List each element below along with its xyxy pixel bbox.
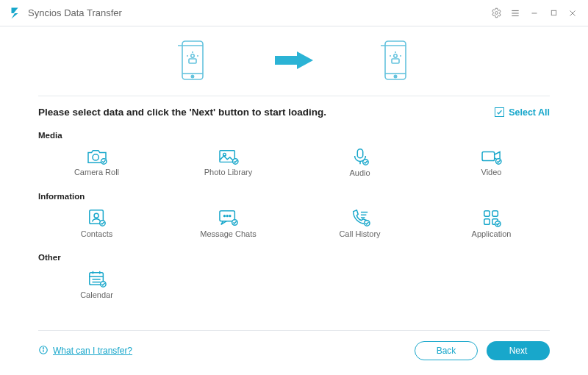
item-call-history[interactable]: Call History bbox=[301, 205, 418, 240]
next-button[interactable]: Next bbox=[487, 341, 550, 360]
section-title-media: Media bbox=[38, 131, 550, 140]
item-contacts[interactable]: Contacts bbox=[38, 205, 155, 240]
source-device-icon bbox=[178, 40, 207, 84]
svg-rect-22 bbox=[392, 59, 399, 63]
item-message-chats[interactable]: Message Chats bbox=[170, 205, 287, 240]
target-device-icon bbox=[381, 40, 410, 84]
item-label: Application bbox=[472, 229, 512, 238]
item-camera-roll[interactable]: Camera Roll bbox=[38, 144, 155, 179]
svg-point-62 bbox=[43, 347, 43, 348]
item-label: Audio bbox=[349, 168, 370, 177]
select-all-checkbox[interactable] bbox=[495, 107, 504, 117]
video-icon bbox=[480, 148, 503, 165]
info-icon bbox=[38, 345, 49, 357]
item-label: Call History bbox=[339, 229, 380, 238]
svg-rect-49 bbox=[492, 211, 497, 216]
titlebar: Syncios Data Transfer bbox=[0, 0, 588, 26]
item-label: Camera Roll bbox=[74, 168, 119, 176]
camera-roll-icon bbox=[86, 148, 108, 165]
divider bbox=[38, 330, 550, 331]
divider bbox=[38, 96, 550, 96]
item-label: Video bbox=[481, 168, 502, 176]
svg-point-0 bbox=[495, 12, 498, 15]
instruction-text: Please select data and click the 'Next' … bbox=[38, 107, 326, 118]
select-all-toggle[interactable]: Select All bbox=[495, 107, 550, 118]
back-button[interactable]: Back bbox=[415, 341, 478, 360]
item-label: Photo Library bbox=[204, 168, 252, 176]
information-grid: Contacts Message Chats Call History Appl… bbox=[38, 205, 550, 240]
svg-rect-50 bbox=[484, 219, 489, 224]
item-video[interactable]: Video bbox=[433, 144, 550, 179]
item-application[interactable]: Application bbox=[433, 205, 550, 240]
minimize-icon[interactable] bbox=[526, 5, 542, 21]
call-history-icon bbox=[349, 208, 371, 227]
section-title-other: Other bbox=[38, 253, 550, 262]
svg-rect-48 bbox=[484, 211, 489, 216]
select-all-label: Select All bbox=[509, 107, 550, 118]
svg-point-11 bbox=[191, 75, 193, 77]
item-calendar[interactable]: Calendar bbox=[38, 266, 155, 301]
device-row bbox=[0, 26, 588, 91]
item-label: Calendar bbox=[80, 290, 113, 299]
svg-point-42 bbox=[229, 215, 230, 217]
close-icon[interactable] bbox=[564, 5, 581, 21]
other-grid: Calendar bbox=[38, 266, 550, 301]
svg-point-40 bbox=[223, 215, 225, 217]
svg-point-21 bbox=[394, 54, 397, 57]
app-title: Syncios Data Transfer bbox=[28, 7, 122, 18]
media-grid: Camera Roll Photo Library Audio Video bbox=[38, 144, 550, 179]
svg-rect-34 bbox=[482, 152, 495, 161]
svg-point-37 bbox=[94, 213, 98, 218]
application-icon bbox=[481, 208, 502, 227]
transfer-arrow-icon bbox=[273, 50, 315, 74]
help-link-label: What can I transfer? bbox=[53, 346, 132, 356]
calendar-icon bbox=[87, 269, 107, 288]
message-chats-icon bbox=[218, 208, 240, 227]
svg-point-20 bbox=[394, 75, 396, 77]
item-label: Contacts bbox=[81, 229, 112, 238]
settings-icon[interactable] bbox=[488, 5, 504, 21]
svg-rect-31 bbox=[357, 149, 362, 158]
svg-rect-5 bbox=[551, 10, 556, 15]
help-link[interactable]: What can I transfer? bbox=[38, 345, 132, 357]
item-audio[interactable]: Audio bbox=[301, 144, 418, 179]
maximize-icon[interactable] bbox=[545, 5, 562, 21]
svg-point-12 bbox=[191, 54, 194, 57]
section-title-information: Information bbox=[38, 192, 550, 201]
app-logo bbox=[7, 6, 22, 21]
item-photo-library[interactable]: Photo Library bbox=[170, 144, 287, 179]
svg-point-41 bbox=[226, 215, 228, 217]
svg-point-26 bbox=[93, 154, 98, 160]
photo-library-icon bbox=[218, 148, 240, 165]
svg-rect-13 bbox=[189, 59, 196, 63]
item-label: Message Chats bbox=[200, 229, 256, 238]
contacts-icon bbox=[87, 208, 107, 227]
audio-icon bbox=[350, 147, 370, 166]
menu-icon[interactable] bbox=[507, 5, 523, 21]
